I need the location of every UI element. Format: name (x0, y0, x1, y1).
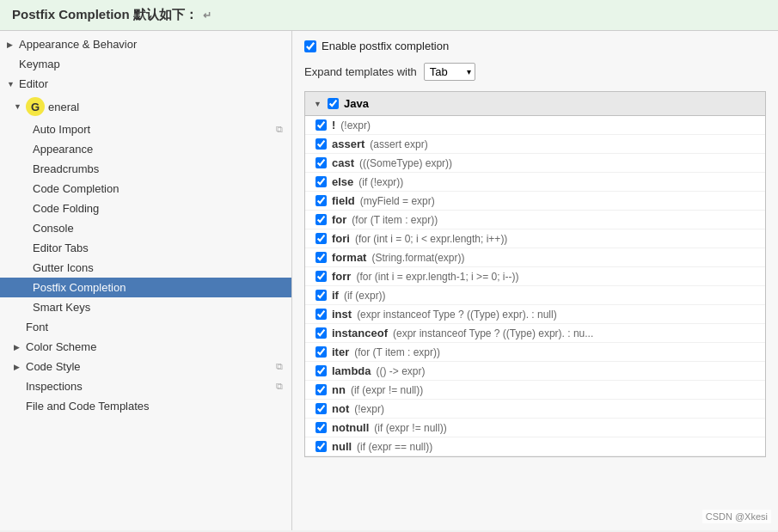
completion-item-format[interactable]: format(String.format(expr)) (305, 248, 765, 267)
sidebar-item-appearance[interactable]: Appearance (0, 139, 291, 159)
java-label: Java (344, 97, 369, 110)
sidebar-label-editor-tabs: Editor Tabs (33, 242, 89, 254)
completion-item-forr[interactable]: forr(for (int i = expr.length-1; i >= 0;… (305, 267, 765, 286)
completion-key-not: not (332, 402, 349, 415)
sidebar-item-general[interactable]: ▼General (0, 94, 291, 119)
completion-key-notnull: notnull (332, 421, 369, 434)
completion-item-field[interactable]: field(myField = expr) (305, 192, 765, 211)
completion-item-assert[interactable]: assert(assert expr) (305, 135, 765, 154)
java-triangle: ▼ (314, 100, 322, 108)
completion-item-if[interactable]: if(if (expr)) (305, 286, 765, 305)
completion-checkbox-fori[interactable] (315, 233, 327, 244)
tab-dropdown[interactable]: Tab (424, 63, 475, 81)
completion-key-if: if (332, 289, 339, 302)
completion-item-![interactable]: !(!expr) (305, 116, 765, 135)
completion-checkbox-lambda[interactable] (315, 365, 327, 376)
banner-text: Postfix Completion 默认如下： (12, 7, 198, 23)
completion-key-fori: fori (332, 232, 350, 245)
completion-desc-if: (if (expr)) (344, 290, 386, 302)
enable-label: Enable postfix completion (322, 40, 449, 52)
completion-desc-fori: (for (int i = 0; i < expr.length; i++)) (355, 233, 507, 245)
completion-desc-for: (for (T item : expr)) (352, 214, 438, 226)
completion-checkbox-notnull[interactable] (315, 422, 327, 433)
completion-checkbox-field[interactable] (315, 195, 327, 206)
completion-item-for[interactable]: for(for (T item : expr)) (305, 211, 765, 229)
sidebar-label-appearance: Appearance (33, 143, 93, 156)
editor-triangle: ▼ (7, 80, 15, 89)
completion-item-else[interactable]: else(if (!expr)) (305, 173, 765, 192)
sidebar-item-inspections[interactable]: Inspections⧉ (0, 376, 291, 396)
sidebar-item-console[interactable]: Console (0, 218, 291, 238)
sidebar-item-auto-import[interactable]: Auto Import⧉ (0, 119, 291, 139)
sidebar-item-code-folding[interactable]: Code Folding (0, 199, 291, 218)
completion-item-instanceof[interactable]: instanceof(expr instanceof Type ? ((Type… (305, 324, 765, 343)
completion-key-null: null (332, 440, 352, 453)
sidebar-label-smart-keys: Smart Keys (33, 301, 90, 314)
completion-item-cast[interactable]: cast(((SomeType) expr)) (305, 154, 765, 173)
completion-checkbox-if[interactable] (315, 290, 327, 301)
completion-key-instanceof: instanceof (332, 327, 388, 339)
sidebar-item-editor[interactable]: ▼Editor (0, 74, 291, 94)
sidebar-item-breadcrumbs[interactable]: Breadcrumbs (0, 159, 291, 179)
completion-checkbox-assert[interactable] (315, 138, 327, 150)
sidebar-item-font[interactable]: Font (0, 317, 291, 337)
completion-desc-assert: (assert expr) (370, 138, 427, 150)
completion-checkbox-null[interactable] (315, 441, 327, 452)
sidebar-item-appearance-behavior[interactable]: ▶Appearance & Behavior (0, 34, 291, 54)
completion-checkbox-iter[interactable] (315, 346, 327, 358)
java-checkbox[interactable] (328, 98, 339, 109)
completion-item-fori[interactable]: fori(for (int i = 0; i < expr.length; i+… (305, 229, 765, 248)
completion-checkbox-instanceof[interactable] (315, 327, 327, 339)
completion-desc-null: (if (expr == null)) (357, 441, 432, 453)
completion-checkbox-format[interactable] (315, 252, 327, 263)
sidebar-item-keymap[interactable]: Keymap (0, 54, 291, 74)
completion-item-lambda[interactable]: lambda(() -> expr) (305, 362, 765, 381)
sidebar-item-file-code-templates[interactable]: File and Code Templates (0, 396, 291, 416)
sidebar-item-postfix-completion[interactable]: Postfix Completion (0, 278, 291, 297)
enable-checkbox[interactable] (304, 40, 316, 52)
top-banner: Postfix Completion 默认如下： ↵ (0, 0, 778, 31)
sidebar-label-font: Font (26, 321, 48, 333)
sidebar-item-smart-keys[interactable]: Smart Keys (0, 297, 291, 317)
completion-item-not[interactable]: not(!expr) (305, 400, 765, 419)
completion-checkbox-![interactable] (315, 119, 327, 131)
sidebar: ▶Appearance & BehaviorKeymap▼Editor▼Gene… (0, 31, 292, 530)
sidebar-item-editor-tabs[interactable]: Editor Tabs (0, 238, 291, 258)
sidebar-label-code-folding: Code Folding (33, 202, 99, 215)
sidebar-label-auto-import: Auto Import (33, 123, 90, 136)
sidebar-label-appearance-behavior: Appearance & Behavior (19, 38, 137, 51)
sidebar-label-gutter-icons: Gutter Icons (33, 261, 94, 274)
inspections-copy-icon: ⧉ (276, 381, 283, 392)
completion-key-nn: nn (332, 383, 346, 396)
sidebar-label-postfix-completion: Postfix Completion (33, 281, 126, 294)
expand-label: Expand templates with (304, 65, 417, 78)
color-scheme-triangle: ▶ (14, 343, 22, 352)
completion-desc-!: (!expr) (340, 119, 371, 131)
sidebar-item-code-completion[interactable]: Code Completion (0, 179, 291, 199)
completion-item-notnull[interactable]: notnull(if (expr != null)) (305, 419, 765, 437)
code-style-copy-icon: ⧉ (276, 361, 283, 372)
sidebar-item-color-scheme[interactable]: ▶Color Scheme (0, 337, 291, 357)
completion-desc-inst: (expr instanceof Type ? ((Type) expr). :… (357, 309, 557, 321)
completion-key-forr: forr (332, 270, 351, 283)
completion-item-inst[interactable]: inst(expr instanceof Type ? ((Type) expr… (305, 305, 765, 324)
sidebar-item-gutter-icons[interactable]: Gutter Icons (0, 258, 291, 278)
completion-item-iter[interactable]: iter(for (T item : expr)) (305, 343, 765, 362)
main-container: ▶Appearance & BehaviorKeymap▼Editor▼Gene… (0, 31, 778, 530)
sidebar-item-code-style[interactable]: ▶Code Style⧉ (0, 357, 291, 376)
completion-checkbox-for[interactable] (315, 214, 327, 225)
completion-checkbox-nn[interactable] (315, 384, 327, 395)
sidebar-label-color-scheme: Color Scheme (26, 340, 96, 353)
completion-item-null[interactable]: null(if (expr == null)) (305, 437, 765, 456)
completion-key-assert: assert (332, 138, 364, 150)
completion-checkbox-cast[interactable] (315, 157, 327, 168)
completion-checkbox-forr[interactable] (315, 271, 327, 282)
sidebar-label-editor: Editor (19, 77, 48, 90)
general-highlight-circle: G (26, 97, 45, 116)
general-triangle: ▼ (14, 102, 22, 111)
completion-checkbox-inst[interactable] (315, 309, 327, 320)
completion-checkbox-else[interactable] (315, 176, 327, 187)
completion-checkbox-not[interactable] (315, 403, 327, 414)
sidebar-label-code-style: Code Style (26, 360, 81, 373)
completion-item-nn[interactable]: nn(if (expr != null)) (305, 381, 765, 400)
